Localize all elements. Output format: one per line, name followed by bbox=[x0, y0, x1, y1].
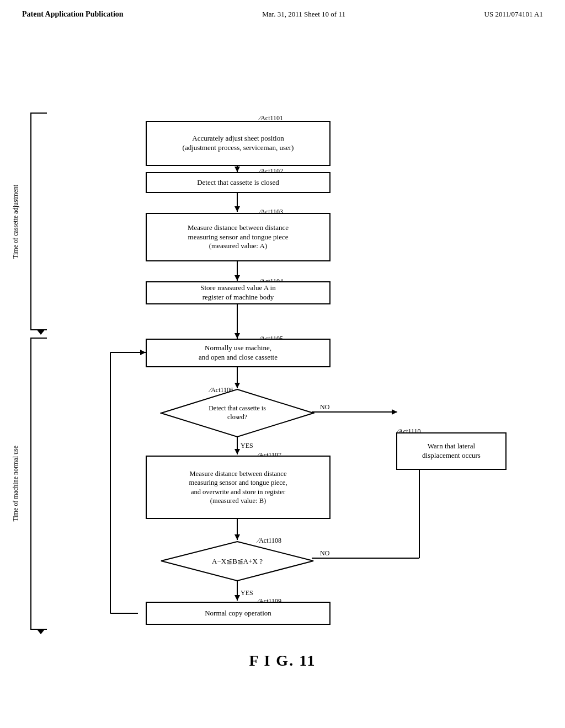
svg-marker-7 bbox=[234, 333, 240, 339]
diagram-area: YES NO YES NO bbox=[0, 24, 565, 686]
machine-normal-label: Time of machine normal use bbox=[10, 338, 21, 630]
svg-marker-3 bbox=[234, 206, 240, 212]
svg-marker-14 bbox=[392, 409, 397, 415]
box-act1103: Measure distance between distance measur… bbox=[146, 213, 331, 261]
cassette-adjustment-bracket bbox=[30, 113, 47, 330]
cassette-adjustment-label: Time of cassette adjustment bbox=[10, 113, 21, 330]
box-act1101: Accurately adjust sheet position (adjust… bbox=[146, 121, 331, 166]
date-sheet-label: Mar. 31, 2011 Sheet 10 of 11 bbox=[262, 10, 345, 19]
svg-text:NO: NO bbox=[320, 549, 330, 557]
svg-text:NO: NO bbox=[320, 403, 330, 411]
patent-number-label: US 2011/074101 A1 bbox=[484, 10, 543, 19]
cassette-bracket-arrow bbox=[36, 329, 45, 335]
svg-text:YES: YES bbox=[241, 442, 253, 449]
svg-marker-19 bbox=[234, 595, 240, 601]
svg-marker-17 bbox=[234, 534, 240, 540]
box-act1109: Normal copy operation bbox=[146, 602, 331, 625]
diamond-act1108: A−X≦B≦A+X ? bbox=[160, 540, 315, 582]
box-act1105: Normally use machine, and open and close… bbox=[146, 339, 331, 367]
svg-marker-28 bbox=[140, 350, 146, 355]
box-act1110: Warn that lateral displacement occurs bbox=[396, 432, 507, 470]
svg-text:YES: YES bbox=[241, 589, 253, 597]
machine-bracket-arrow bbox=[36, 629, 45, 634]
box-act1102: Detect that cassette is closed bbox=[146, 172, 331, 193]
svg-marker-9 bbox=[234, 383, 240, 388]
box-act1107: Measure distance between distance measur… bbox=[146, 456, 331, 519]
diamond-act1106: Detect that cassette is closed? bbox=[160, 388, 315, 438]
header: Patent Application Publication Mar. 31, … bbox=[0, 0, 565, 19]
svg-marker-1 bbox=[234, 167, 240, 172]
svg-marker-11 bbox=[234, 449, 240, 454]
machine-normal-bracket bbox=[30, 338, 47, 630]
figure-caption: F I G. 11 bbox=[0, 652, 565, 670]
svg-marker-5 bbox=[234, 275, 240, 281]
publication-label: Patent Application Publication bbox=[22, 10, 124, 19]
box-act1104: Store measured value A in register of ma… bbox=[146, 281, 331, 304]
